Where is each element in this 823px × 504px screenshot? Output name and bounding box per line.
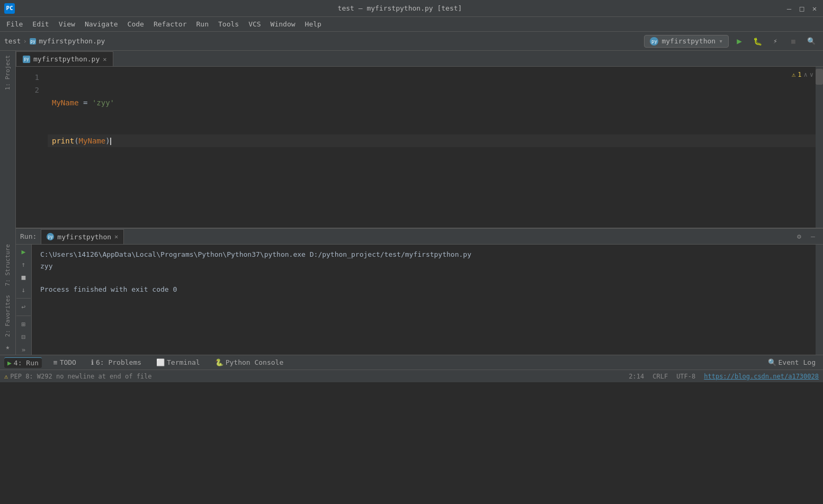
run-tab-bar-left: Run: py myfirstpython ✕ <box>20 229 124 244</box>
pin-button[interactable]: ★ <box>2 341 14 353</box>
sidebar-item-structure[interactable]: 7: Structure <box>4 240 11 290</box>
search-everywhere-button[interactable]: 🔍 <box>804 34 819 49</box>
menu-run[interactable]: Run <box>192 19 213 30</box>
status-warning-text[interactable]: PEP 8: W292 no newline at end of file <box>10 373 151 380</box>
terminal-icon: ⬜ <box>156 358 165 366</box>
run-config-selector[interactable]: py myfirstpython ▾ <box>644 35 729 48</box>
run-left-tools: ▶ ↑ ■ ↓ ↩ ⊞ ⊟ » <box>16 245 32 355</box>
editor-scrollbar[interactable] <box>816 67 823 228</box>
sidebar-item-favorites[interactable]: 2: Favorites <box>4 291 11 341</box>
line-ending[interactable]: CRLF <box>652 373 668 380</box>
run-stop-button[interactable]: ■ <box>18 272 30 283</box>
editor-tab-bar: py myfirstpython.py ✕ <box>16 51 823 67</box>
close-button[interactable]: ✕ <box>810 4 819 13</box>
bottom-event-log[interactable]: 🔍 Event Log <box>765 357 819 367</box>
status-bar-left: ⚠ PEP 8: W292 no newline at end of file <box>4 373 152 380</box>
run-panel-controls: ⚙ — <box>793 231 819 242</box>
breadcrumb: test › py myfirstpython.py <box>4 37 105 45</box>
code-content[interactable]: MyName = 'zyy' print(MyName) <box>48 67 823 228</box>
run-soft-wrap-button[interactable]: ↩ <box>18 302 30 312</box>
run-settings-button[interactable]: ⚙ <box>793 231 805 242</box>
blog-url[interactable]: https://blog.csdn.net/a1730028 <box>704 373 819 380</box>
status-bar: ⚠ PEP 8: W292 no newline at end of file … <box>0 370 823 382</box>
breadcrumb-root[interactable]: test <box>4 37 21 45</box>
run-tab-python-icon: py <box>47 233 54 240</box>
run-scrollbar[interactable] <box>816 245 823 355</box>
run-scroll-down-button[interactable]: ↓ <box>18 284 30 295</box>
run-tab-label: myfirstpython <box>57 233 111 241</box>
tool-divider-2 <box>16 316 30 316</box>
scroll-up-arrow[interactable]: ∧ <box>804 71 808 78</box>
warning-triangle-icon: ⚠ <box>4 373 8 380</box>
bottom-bar-left: ▶ 4: Run ≡ TODO ℹ 6: Problems ⬜ Terminal… <box>4 357 287 368</box>
scrollbar-thumb[interactable] <box>816 69 823 85</box>
maximize-button[interactable]: □ <box>798 4 806 13</box>
file-icon: py <box>29 38 37 45</box>
sidebar-item-project[interactable]: 1: Project <box>4 51 11 94</box>
run-output-line-3 <box>40 272 807 284</box>
toolbar: test › py myfirstpython.py py myfirstpyt… <box>0 32 823 51</box>
run-output-line-2: zyy <box>40 260 807 272</box>
menu-file[interactable]: File <box>2 19 27 30</box>
bottom-tab-problems[interactable]: ℹ 6: Problems <box>88 357 145 367</box>
run-restart-button[interactable]: ▶ <box>18 247 30 257</box>
run-button[interactable]: ▶ <box>732 34 747 49</box>
run-config-python-icon: py <box>650 37 658 46</box>
left-sidebar: 1: Project 7: Structure 2: Favorites ★ <box>0 51 16 355</box>
app-logo: PC <box>4 3 15 14</box>
run-tab-myfirstpython[interactable]: py myfirstpython ✕ <box>41 229 124 244</box>
run-with-coverage-button[interactable]: ⚡ <box>768 34 783 49</box>
menu-vcs[interactable]: VCS <box>244 19 265 30</box>
menu-refactor[interactable]: Refactor <box>149 19 191 30</box>
run-tab-close-button[interactable]: ✕ <box>114 233 118 240</box>
problems-icon: ℹ <box>91 358 94 366</box>
bottom-bar: ▶ 4: Run ≡ TODO ℹ 6: Problems ⬜ Terminal… <box>0 355 823 370</box>
run-panel-label: Run: <box>20 232 37 240</box>
run-pin-button[interactable]: ⊞ <box>18 319 30 330</box>
editor-area: py myfirstpython.py ✕ 1 2 MyName = 'zyy'… <box>16 51 823 355</box>
tool-divider <box>16 298 30 299</box>
menu-view[interactable]: View <box>55 19 79 30</box>
run-output-line-4: Process finished with exit code 0 <box>40 284 807 295</box>
run-pin2-button[interactable]: ⊟ <box>18 332 30 343</box>
line-numbers: 1 2 <box>16 67 48 228</box>
bottom-bar-right: 🔍 Event Log <box>765 357 819 367</box>
stop-button[interactable]: ■ <box>786 34 801 49</box>
warning-icon: ⚠ <box>792 71 795 78</box>
tab-close-button[interactable]: ✕ <box>103 56 106 63</box>
scroll-down-arrow[interactable]: ∨ <box>810 71 813 78</box>
bottom-tab-python-console[interactable]: 🐍 Python Console <box>212 357 287 367</box>
menu-code[interactable]: Code <box>123 19 148 30</box>
menu-navigate[interactable]: Navigate <box>80 19 122 30</box>
editor-tab-myfirstpython[interactable]: py myfirstpython.py ✕ <box>16 51 113 66</box>
tab-label: myfirstpython.py <box>33 55 100 63</box>
toolbar-right: py myfirstpython ▾ ▶ 🐛 ⚡ ■ 🔍 <box>644 34 819 49</box>
menu-edit[interactable]: Edit <box>28 19 53 30</box>
python-console-icon: 🐍 <box>215 358 223 366</box>
todo-icon: ≡ <box>53 358 58 366</box>
bottom-tab-terminal[interactable]: ⬜ Terminal <box>153 357 203 367</box>
run-more-button[interactable]: » <box>18 344 30 355</box>
run-hide-button[interactable]: — <box>807 231 819 242</box>
bottom-tab-run[interactable]: ▶ 4: Run <box>4 357 42 368</box>
tab-file-icon: py <box>23 56 30 63</box>
debug-button[interactable]: 🐛 <box>750 34 765 49</box>
window-controls[interactable]: — □ ✕ <box>785 4 819 13</box>
menu-bar: File Edit View Navigate Code Refactor Ru… <box>0 17 823 32</box>
menu-window[interactable]: Window <box>266 19 300 30</box>
file-encoding[interactable]: UTF-8 <box>676 373 695 380</box>
title-bar: PC test – myfirstpython.py [test] — □ ✕ <box>0 0 823 17</box>
menu-help[interactable]: Help <box>301 19 326 30</box>
code-line-1: MyName = 'zyy' <box>48 96 823 109</box>
code-editor[interactable]: 1 2 MyName = 'zyy' print(MyName) ⚠ 1 ∧ ∨ <box>16 67 823 228</box>
python-console-label: Python Console <box>226 358 284 366</box>
cursor-position[interactable]: 2:14 <box>629 373 644 380</box>
breadcrumb-file[interactable]: myfirstpython.py <box>39 37 105 45</box>
menu-tools[interactable]: Tools <box>214 19 243 30</box>
run-output-line-1: C:\Users\14126\AppData\Local\Programs\Py… <box>40 249 807 260</box>
warning-count: 1 <box>798 71 801 78</box>
bottom-tab-todo[interactable]: ≡ TODO <box>50 357 79 367</box>
run-config-label: myfirstpython <box>661 37 715 45</box>
run-scroll-up-button[interactable]: ↑ <box>18 259 30 270</box>
minimize-button[interactable]: — <box>785 4 793 13</box>
